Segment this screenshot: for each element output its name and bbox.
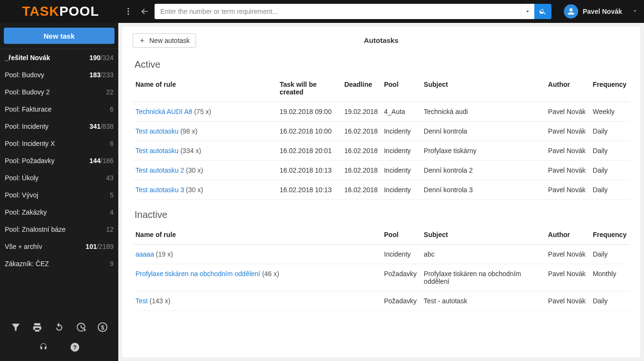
sidebar-item[interactable]: Zákazník: ČEZ9 [0,255,118,272]
logo-task: TASK [22,4,59,19]
help-icon[interactable]: ? [68,340,82,354]
currency-icon[interactable]: $ [95,320,110,334]
table-row[interactable]: Test autotasku 3 (30 x)16.02.2018 10:131… [133,180,630,200]
sidebar-item[interactable]: Pool: Požadavky144/186 [0,152,118,169]
user-name: Pavel Novák [583,8,623,15]
rule-link[interactable]: Test autotasku 3 [135,186,184,194]
cell-frequency: Monthly [590,264,630,291]
user-menu-caret-icon[interactable] [632,8,638,16]
cell-frequency: Daily [590,180,630,200]
table-row[interactable]: Test autotasku (334 x)16.02.2018 20:0116… [133,141,630,161]
sidebar-item-count: 341/838 [89,123,114,130]
sidebar-item-label: Pool: Budovy 2 [5,88,50,96]
table-row[interactable]: Test autotasku 2 (30 x)16.02.2018 10:131… [133,161,630,180]
sidebar-item-count: 12 [106,226,114,233]
table-row[interactable]: Profylaxe tiskáren na obchodním oddělení… [133,264,630,291]
new-autotask-button[interactable]: New autotask [133,33,196,48]
table-row[interactable]: Test (143 x)PožadavkyTest - autotaskPave… [133,291,630,311]
cell-frequency: Daily [590,161,630,180]
cell-frequency: Daily [590,141,630,161]
rule-count: (334 x) [180,147,201,155]
cell-pool: Incidenty [381,122,421,141]
th-created: Task will be created [277,75,341,102]
svg-point-1 [127,10,129,12]
rule-count: (143 x) [150,297,171,305]
rule-link[interactable]: Test autotasku [135,147,178,155]
search-button[interactable] [534,4,551,19]
more-menu-icon[interactable] [122,5,135,18]
sidebar-item-label: Pool: Vývoj [5,191,38,199]
th-pool: Pool [381,75,421,102]
rule-count: (19 x) [156,250,173,258]
cell-author: Pavel Novák [545,141,590,161]
support-icon[interactable] [36,340,51,354]
sidebar-item[interactable]: Vše + archív101/2189 [0,238,118,255]
sidebar-item[interactable]: Pool: Fakturace6 [0,101,118,118]
sidebar-item[interactable]: Pool: Úkoly43 [0,169,118,186]
active-table: Name of rule Task will be created Deadli… [133,75,630,200]
search-dropdown-icon[interactable] [521,4,534,19]
section-title-active: Active [135,59,630,70]
table-row[interactable]: Technická AUDI A8 (75 x)19.02.2018 09:00… [133,102,630,122]
rule-count: (46 x) [262,270,279,278]
back-icon[interactable] [138,5,151,18]
section-title-inactive: Inactive [135,209,630,220]
rule-link[interactable]: aaaaa [135,250,154,258]
cell-author: Pavel Novák [545,180,590,200]
sidebar-item[interactable]: Pool: Budovy 222 [0,83,118,101]
panel-title: Autotasks [133,33,630,48]
sidebar-item[interactable]: Pool: Zakázky4 [0,204,118,221]
table-row[interactable]: aaaaa (19 x)IncidentyabcPavel NovákDaily [133,245,630,264]
avatar-icon [564,4,578,19]
clock-lock-icon[interactable] [74,320,88,334]
rule-link[interactable]: Profylaxe tiskáren na obchodním oddělení [135,270,260,278]
sidebar-item[interactable]: Pool: Budovy183/233 [0,66,118,83]
rule-link[interactable]: Test [135,297,148,305]
svg-text:$: $ [101,324,104,331]
filter-icon[interactable] [9,320,23,334]
rule-link[interactable]: Technická AUDI A8 [135,108,192,115]
sidebar-item-count: 144/186 [89,157,114,165]
cell-subject: Denní kontrola 3 [421,180,545,200]
cell-author: Pavel Novák [545,102,590,122]
sidebar-item-label: Pool: Fakturace [5,105,52,113]
rule-count: (30 x) [186,166,203,174]
th-subject: Subject [421,75,545,102]
sidebar-item[interactable]: Pool: Znalostní báze12 [0,221,118,238]
cell-pool: Požadavky [381,264,421,291]
th-author: Author [545,75,590,102]
search-input[interactable] [155,4,521,19]
panel: New autotask Autotasks Active Name of ru… [122,27,640,357]
rule-link[interactable]: Test autotasku 2 [135,166,184,174]
sidebar-bottom-row-2: ? [0,338,118,356]
cell-author: Pavel Novák [545,291,590,311]
sidebar: New task _řešitel Novák190/324Pool: Budo… [0,23,118,361]
cell-subject: Denní kontrola 2 [421,161,545,180]
sidebar-item[interactable]: Pool: Incidenty X6 [0,135,118,152]
th-frequency: Frequency [590,75,630,102]
cell-deadline: 16.02.2018 [342,161,381,180]
new-task-button[interactable]: New task [4,28,114,44]
cell-subject: Profylaxe tiskárny [421,141,545,161]
user-area[interactable]: Pavel Novák [564,4,639,19]
sidebar-item-count: 5 [110,191,114,199]
sidebar-item[interactable]: _řešitel Novák190/324 [0,49,118,66]
rule-link[interactable]: Test autotasku [135,127,178,135]
cell-frequency: Daily [590,245,630,264]
cell-author: Pavel Novák [545,245,590,264]
sidebar-item-label: Pool: Znalostní báze [5,226,66,233]
search-wrap [155,4,551,19]
sidebar-bottom: $ ? [0,315,118,361]
main: New autotask Autotasks Active Name of ru… [118,23,644,361]
cell-created: 16.02.2018 10:13 [277,180,341,200]
sidebar-item-count: 101/2189 [86,243,114,250]
sidebar-item-count: 6 [110,105,114,113]
refresh-icon[interactable] [52,320,66,334]
table-row[interactable]: Test autotasku (98 x)16.02.2018 10:0016.… [133,122,630,141]
sidebar-item[interactable]: Pool: Incidenty341/838 [0,118,118,135]
print-icon[interactable] [30,320,44,334]
svg-point-0 [127,8,129,10]
inactive-table: Name of rule Pool Subject Author Frequen… [133,225,630,311]
rule-count: (98 x) [180,127,197,135]
sidebar-item[interactable]: Pool: Vývoj5 [0,186,118,204]
